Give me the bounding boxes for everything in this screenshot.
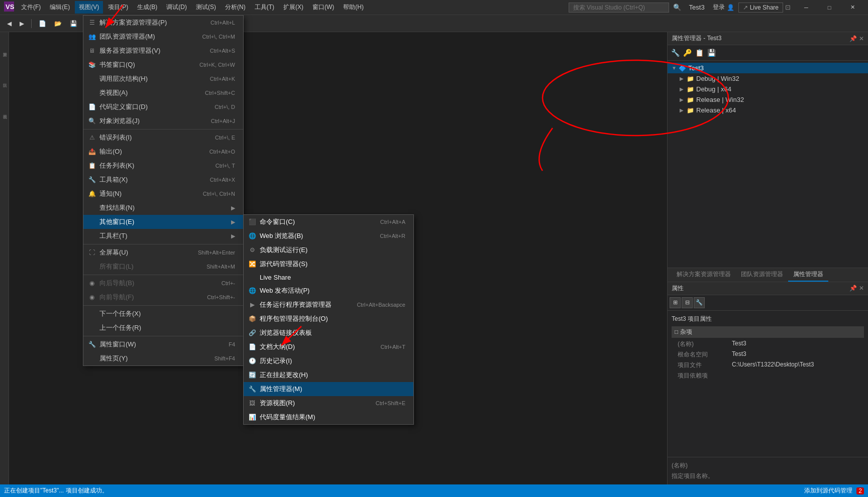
submenu-code-metrics[interactable]: 📊 代码度量值结果(M) [244, 410, 413, 424]
menu-view[interactable]: 视图(V) [75, 1, 103, 14]
submenu-browser-link[interactable]: 🔗 浏览器链接仪表板 [244, 326, 413, 340]
menu-bookmarks[interactable]: 📚 书签窗口(Q) Ctrl+K, Ctrl+W [83, 58, 243, 72]
menu-call-hierarchy[interactable]: 调用层次结构(H) Ctrl+Alt+K [83, 72, 243, 86]
tree-root-item[interactable]: ▼ 🔷 Test3 [668, 63, 868, 73]
toolbar-forward[interactable]: ▶ [17, 19, 27, 29]
menu-code-definition[interactable]: 📄 代码定义窗口(D) Ctrl+\, D [83, 100, 243, 114]
props-row-name: (名称) Test3 [672, 339, 864, 349]
props-close-icon[interactable]: ✕ [859, 285, 864, 292]
menu-debug[interactable]: 调试(D) [162, 1, 191, 14]
titlebar-search[interactable] [569, 3, 669, 13]
submenu-web-publish[interactable]: 🌐 Web 发布活动(P) [244, 284, 413, 298]
props-wrench-btn[interactable]: 🔧 [694, 297, 705, 308]
tree-item-debug-x64[interactable]: ▶ 📁 Debug | x64 [668, 84, 868, 94]
menu-property-pages[interactable]: 属性页(Y) Shift+F4 [83, 351, 243, 365]
menu-nav-forward[interactable]: ◉ 向前导航(F) Ctrl+Shift+- [83, 290, 243, 304]
menu-find-results[interactable]: 查找结果(N) ▶ [83, 201, 243, 215]
menu-server-explorer[interactable]: 🖥 服务器资源管理器(V) Ctrl+Alt+S [83, 44, 243, 58]
submenu-doc-outline[interactable]: 📄 文档大纲(D) Ctrl+Alt+T [244, 340, 413, 354]
menu-extensions[interactable]: 扩展(X) [279, 1, 307, 14]
source-control-label[interactable]: 添加到源代码管理 [804, 486, 852, 495]
toolbar-back[interactable]: ◀ [4, 19, 15, 29]
panel-tool-key[interactable]: 🔑 [682, 47, 693, 58]
properties-panel-header: 属性 📌 ✕ [668, 282, 868, 295]
menu-file[interactable]: 文件(F) [17, 1, 45, 14]
menu-tools[interactable]: 工具(T) [251, 1, 278, 14]
sidebar-icon-3[interactable]: 类视图 [1, 96, 9, 127]
submenu-command-window[interactable]: ⬛ 命令窗口(C) Ctrl+Alt+A [244, 215, 413, 229]
team-exp-icon: 👥 [87, 33, 96, 40]
menu-properties-window[interactable]: 🔧 属性窗口(W) F4 [83, 337, 243, 351]
close-button[interactable]: ✕ [841, 0, 864, 15]
live-share-button[interactable]: ↗ Live Share [738, 3, 783, 13]
menu-build[interactable]: 生成(B) [133, 1, 161, 14]
props-grid-btn[interactable]: ⊞ [670, 297, 681, 308]
next-task-label: 下一个任务(X) [99, 309, 227, 318]
tab-property-manager[interactable]: 属性管理器 [788, 268, 828, 282]
tab-solution-explorer[interactable]: 解决方案资源管理器 [672, 268, 736, 282]
menu-team-explorer[interactable]: 👥 团队资源管理器(M) Ctrl+\, Ctrl+M [83, 30, 243, 44]
submenu-web-browser[interactable]: 🌐 Web 浏览器(B) Ctrl+Alt+R [244, 229, 413, 243]
menu-nav-back[interactable]: ◉ 向后导航(B) Ctrl+- [83, 276, 243, 290]
sidebar-icon-1[interactable]: 解决方案 [1, 34, 9, 64]
submenu-history[interactable]: 🕐 历史记录(I) [244, 354, 413, 368]
submenu-resource-view[interactable]: 🖼 资源视图(R) Ctrl+Shift+E [244, 396, 413, 410]
menu-output[interactable]: 📤 输出(O) Ctrl+Alt+O [83, 145, 243, 159]
sidebar-icon-2[interactable]: 团队 [1, 65, 9, 95]
tree-item-debug-win32[interactable]: ▶ 📁 Debug | Win32 [668, 73, 868, 84]
menu-prev-task[interactable]: 上一个任务(R) [83, 321, 243, 335]
call-hier-shortcut: Ctrl+Alt+K [210, 76, 235, 82]
menu-window[interactable]: 窗口(W) [308, 1, 338, 14]
menu-object-browser[interactable]: 🔍 对象浏览器(J) Ctrl+Alt+J [83, 114, 243, 128]
menu-help[interactable]: 帮助(H) [339, 1, 368, 14]
submenu-source-control[interactable]: 🔀 源代码管理器(S) [244, 257, 413, 271]
props-row-namespace: 根命名空间 Test3 [672, 349, 864, 360]
panel-tool-wrench[interactable]: 🔧 [670, 47, 681, 58]
nav-fwd-shortcut: Ctrl+Shift+- [207, 294, 235, 300]
menu-toolbox[interactable]: 🔧 工具箱(X) Ctrl+Alt+X [83, 173, 243, 187]
panel-tool-save[interactable]: 💾 [706, 47, 717, 58]
menu-project[interactable]: 项目(P) [104, 1, 132, 14]
menu-next-task[interactable]: 下一个任务(X) [83, 307, 243, 321]
submenu-load-test[interactable]: ⚙ 负载测试运行(E) [244, 243, 413, 257]
submenu-pending-changes[interactable]: 🔄 正在挂起更改(H) [244, 368, 413, 382]
team-exp-shortcut: Ctrl+\, Ctrl+M [202, 34, 235, 40]
menu-edit[interactable]: 编辑(E) [46, 1, 74, 14]
task-list-icon: 📋 [87, 162, 96, 169]
pin-icon[interactable]: 📌 [849, 35, 857, 42]
menu-fullscreen[interactable]: ⛶ 全屏幕(U) Shift+Alt+Enter [83, 245, 243, 260]
menu-class-view[interactable]: 类视图(A) Ctrl+Shift+C [83, 86, 243, 100]
toolbar-save[interactable]: 💾 [67, 19, 80, 29]
props-row-file: 项目文件 C:\Users\T1322\Desktop\Test3 [672, 360, 864, 370]
tree-item-release-win32[interactable]: ▶ 📁 Release | Win32 [668, 94, 868, 105]
close-panel-icon[interactable]: ✕ [859, 35, 864, 42]
split-icon[interactable]: ⊡ [785, 4, 791, 11]
maximize-button[interactable]: □ [818, 0, 841, 15]
toolbar-open[interactable]: 📂 [51, 19, 65, 29]
props-section-header[interactable]: □ 杂项 [672, 326, 864, 338]
error-badge[interactable]: 2 [856, 487, 864, 494]
panel-tool-copy[interactable]: 📋 [694, 47, 705, 58]
tree-item-release-x64[interactable]: ▶ 📁 Release | x64 [668, 105, 868, 115]
menu-task-list[interactable]: 📋 任务列表(K) Ctrl+\, T [83, 159, 243, 173]
search-icon[interactable]: 🔍 [673, 4, 681, 11]
minimize-button[interactable]: ─ [795, 0, 818, 15]
props-val-file: C:\Users\T1322\Desktop\Test3 [732, 361, 864, 369]
menu-analyze[interactable]: 分析(N) [221, 1, 250, 14]
submenu-property-manager[interactable]: 🔧 属性管理器(M) [244, 382, 413, 396]
menu-all-windows[interactable]: 所有窗口(L) Shift+Alt+M [83, 260, 243, 274]
login-label[interactable]: 登录 [713, 3, 725, 12]
tab-team-explorer[interactable]: 团队资源管理器 [736, 268, 788, 282]
menu-test[interactable]: 测试(S) [192, 1, 220, 14]
toolbar-new[interactable]: 📄 [36, 19, 49, 29]
submenu-task-runner[interactable]: ▶ 任务运行程序资源管理器 Ctrl+Alt+Backsapce [244, 298, 413, 312]
props-pin-icon[interactable]: 📌 [849, 285, 857, 292]
submenu-live-share[interactable]: Live Share [244, 271, 413, 284]
menu-notifications[interactable]: 🔔 通知(N) Ctrl+\, Ctrl+N [83, 187, 243, 201]
menu-solution-explorer[interactable]: ☰ 解决方案资源管理器(P) Ctrl+Alt+L [83, 16, 243, 30]
props-alpha-btn[interactable]: ⊟ [682, 297, 693, 308]
menu-error-list[interactable]: ⚠ 错误列表(I) Ctrl+\, E [83, 131, 243, 145]
submenu-package-manager[interactable]: 📦 程序包管理器控制台(O) [244, 312, 413, 326]
menu-other-windows[interactable]: 其他窗口(E) ▶ ⬛ 命令窗口(C) Ctrl+Alt+A 🌐 Web 浏览器… [83, 215, 243, 229]
menu-toolbars[interactable]: 工具栏(T) ▶ [83, 229, 243, 243]
